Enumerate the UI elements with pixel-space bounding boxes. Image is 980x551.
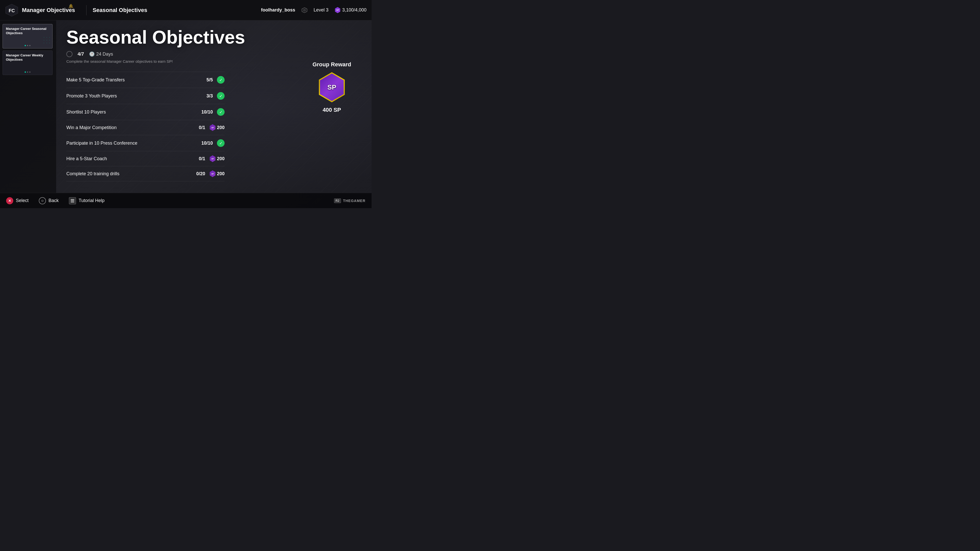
sp-hex-label: SP bbox=[328, 83, 336, 91]
nav-subtitle: Seasonal Objectives bbox=[93, 7, 147, 14]
reward-value-3: 200 bbox=[217, 125, 224, 130]
select-label: Select bbox=[16, 198, 29, 203]
content-area: Seasonal Objectives 4/7 🕐 24 Days Comple… bbox=[56, 21, 372, 193]
sidebar-card-seasonal[interactable]: Manager Career Seasonal Objectives › › ›… bbox=[3, 24, 52, 48]
back-action[interactable]: ○ Back bbox=[39, 197, 59, 204]
objective-reward-6: SP 200 bbox=[209, 170, 224, 177]
sidebar-card-seasonal-title: Manager Career Seasonal Objectives bbox=[6, 27, 49, 35]
objective-progress-4: 10/10 bbox=[199, 141, 213, 146]
check-icon-0: ✓ bbox=[217, 76, 224, 84]
group-reward-title: Group Reward bbox=[312, 61, 351, 68]
back-label: Back bbox=[48, 198, 59, 203]
tutorial-label: Tutorial Help bbox=[79, 198, 104, 203]
r2-badge: R2 bbox=[334, 198, 341, 203]
objective-name-1: Promote 3 Youth Players bbox=[66, 94, 199, 99]
page-title: Seasonal Objectives bbox=[66, 28, 361, 46]
objective-name-6: Complete 20 training drills bbox=[66, 171, 191, 176]
objective-reward-3: SP 200 bbox=[209, 124, 224, 131]
sp-reward-icon-3: SP bbox=[209, 124, 216, 131]
objective-name-4: Participate in 10 Press Conference bbox=[66, 141, 199, 146]
username-display: foolhardy_boss bbox=[261, 7, 295, 13]
group-reward-value: 400 SP bbox=[323, 106, 341, 113]
sidebar-card-weekly-dots bbox=[25, 71, 30, 73]
r2-hint: R2 bbox=[334, 198, 341, 203]
sp-value: 3,100/4,000 bbox=[342, 7, 366, 13]
level-display: Level 3 bbox=[313, 7, 328, 13]
logo-area: FC Manager Objectives bbox=[5, 3, 75, 17]
group-reward-panel: Group Reward SP 400 SP bbox=[312, 61, 351, 113]
sp-icon-small: SP bbox=[334, 7, 341, 13]
progress-circle-icon bbox=[66, 51, 73, 57]
table-row: Complete 20 training drills 0/20 SP 200 bbox=[66, 166, 224, 181]
table-row: Shortlist 10 Players 10/10 ✓ bbox=[66, 104, 224, 120]
objective-name-5: Hire a 5-Star Coach bbox=[66, 156, 191, 162]
table-row: Hire a 5-Star Coach 0/1 SP 200 bbox=[66, 151, 224, 166]
timer-label: 24 Days bbox=[96, 52, 113, 57]
tutorial-action[interactable]: Tutorial Help bbox=[69, 197, 104, 204]
sidebar-card-weekly-title: Manager Career Weekly Objectives bbox=[6, 53, 49, 62]
svg-text:FC: FC bbox=[9, 8, 15, 13]
o-button-icon[interactable]: ○ bbox=[39, 197, 46, 204]
sp-reward-icon-5: SP bbox=[209, 156, 216, 162]
bottom-right: R2 THEGAMER bbox=[334, 198, 366, 203]
sidebar: Manager Career Seasonal Objectives › › ›… bbox=[0, 21, 56, 193]
reward-value-5: 200 bbox=[217, 156, 224, 162]
select-action[interactable]: ✕ Select bbox=[6, 197, 29, 204]
objective-progress-2: 10/10 bbox=[199, 110, 213, 115]
notification-bell-icon[interactable]: 🔔 bbox=[68, 3, 73, 8]
objective-name-0: Make 5 Top-Grade Transfers bbox=[66, 77, 199, 83]
svg-marker-3 bbox=[303, 9, 306, 12]
bottom-bar: ✕ Select ○ Back Tutorial Help R2 THEGAME… bbox=[0, 193, 372, 208]
sidebar-card-weekly[interactable]: Manager Career Weekly Objectives bbox=[3, 51, 52, 75]
nav-title: Manager Objectives bbox=[22, 7, 75, 14]
objective-name-3: Win a Major Competition bbox=[66, 125, 191, 130]
objective-progress-6: 0/20 bbox=[191, 171, 205, 176]
timer-area: 🕐 24 Days bbox=[89, 51, 113, 57]
objective-name-2: Shortlist 10 Players bbox=[66, 110, 199, 115]
objectives-list: Make 5 Top-Grade Transfers 5/5 ✓ Promote… bbox=[66, 72, 224, 181]
watermark-text: THEGAMER bbox=[343, 199, 366, 203]
x-button-icon[interactable]: ✕ bbox=[6, 197, 13, 204]
table-row: Make 5 Top-Grade Transfers 5/5 ✓ bbox=[66, 72, 224, 88]
progress-row: 4/7 🕐 24 Days bbox=[66, 51, 361, 57]
objective-progress-1: 3/3 bbox=[199, 94, 213, 99]
table-row: Participate in 10 Press Conference 10/10… bbox=[66, 135, 224, 151]
objective-progress-0: 5/5 bbox=[199, 77, 213, 83]
check-icon-1: ✓ bbox=[217, 92, 224, 100]
sp-hex-border: SP bbox=[317, 72, 347, 102]
chevron-pattern-seasonal: › › › › › › › › › bbox=[44, 37, 51, 44]
menu-button-icon[interactable] bbox=[69, 197, 76, 204]
objective-progress-5: 0/1 bbox=[191, 156, 205, 162]
top-bar: FC Manager Objectives 🔔 Seasonal Objecti… bbox=[0, 0, 372, 21]
app-logo-icon: FC bbox=[5, 3, 18, 17]
top-bar-right: foolhardy_boss Level 3 SP 3,100/4,000 bbox=[261, 7, 366, 13]
check-icon-4: ✓ bbox=[217, 139, 224, 147]
table-row: Win a Major Competition 0/1 SP 200 bbox=[66, 120, 224, 135]
group-reward-hexagon: SP bbox=[317, 72, 347, 103]
objective-reward-5: SP 200 bbox=[209, 156, 224, 162]
sp-hex-inner: SP bbox=[318, 73, 345, 101]
sp-reward-icon-6: SP bbox=[209, 170, 216, 177]
sp-display: SP 3,100/4,000 bbox=[334, 7, 366, 13]
rank-icon bbox=[301, 7, 307, 13]
sidebar-card-seasonal-dots bbox=[25, 45, 30, 46]
main-layout: Manager Career Seasonal Objectives › › ›… bbox=[0, 21, 372, 193]
progress-fraction: 4/7 bbox=[78, 52, 84, 57]
table-row: Promote 3 Youth Players 3/3 ✓ bbox=[66, 88, 224, 104]
objective-progress-3: 0/1 bbox=[191, 125, 205, 130]
reward-value-6: 200 bbox=[217, 171, 224, 176]
check-icon-2: ✓ bbox=[217, 108, 224, 116]
timer-icon: 🕐 bbox=[89, 51, 95, 57]
